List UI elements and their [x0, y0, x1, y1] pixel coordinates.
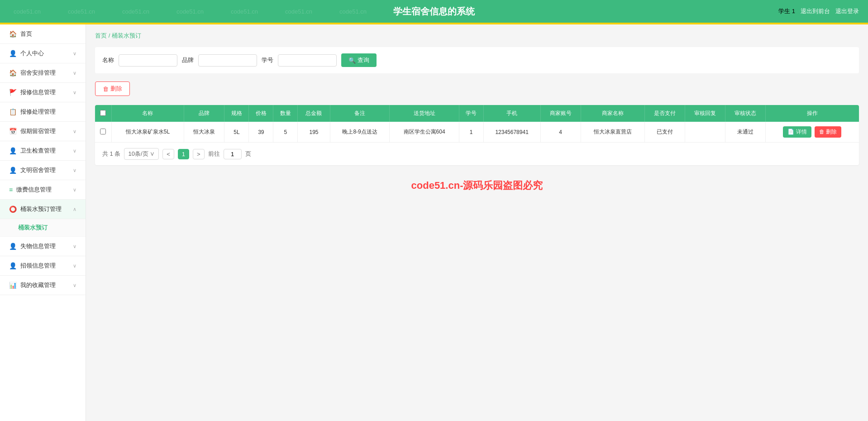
cell-note: 晚上8-9点送达: [330, 122, 390, 143]
cell-phone: 12345678941: [483, 122, 540, 143]
chevron-down-icon: ∨: [73, 148, 76, 154]
col-student-id: 学号: [459, 105, 483, 122]
next-page-button[interactable]: >: [193, 149, 205, 159]
cell-address: 南区学生公寓604: [390, 122, 459, 143]
prev-page-button[interactable]: <: [162, 149, 174, 159]
batch-delete-button[interactable]: 🗑 删除: [95, 81, 130, 96]
table-header-row: 名称 品牌 规格 价格 数量 总金额 备注 送货地址 学号 手机 商家账号 商家…: [95, 105, 859, 122]
cell-student-id: 1: [459, 122, 483, 143]
col-quantity: 数量: [273, 105, 298, 122]
col-brand: 品牌: [184, 105, 224, 122]
person-icon: 👤: [9, 50, 17, 57]
dorm-icon: 🏠: [9, 69, 17, 77]
home-icon: 🏠: [9, 30, 17, 38]
col-name: 名称: [111, 105, 184, 122]
sidebar-item-hygiene[interactable]: 👤 卫生检查管理 ∨: [0, 141, 86, 161]
main-content: 首页 / 桶装水预订 名称 品牌 学号 🔍 查询 🗑 删除: [86, 24, 868, 421]
list-icon: 📋: [9, 108, 17, 115]
sidebar-item-label: 卫生检查管理: [20, 147, 73, 155]
col-merchant-account: 商家账号: [540, 105, 581, 122]
header: code51.cn code51.cn code51.cn code51.cn …: [0, 0, 868, 23]
sidebar-item-water[interactable]: ⭕ 桶装水预订管理 ∧: [0, 200, 86, 219]
row-checkbox[interactable]: [100, 129, 106, 134]
col-address: 送货地址: [390, 105, 459, 122]
search-bar: 名称 品牌 学号 🔍 查询: [95, 47, 859, 73]
cell-total: 195: [298, 122, 330, 143]
row-checkbox-cell[interactable]: [95, 122, 111, 143]
breadcrumb-current: 桶装水预订: [112, 32, 141, 39]
page-jump-input[interactable]: [224, 149, 242, 159]
cell-brand: 恒大冰泉: [184, 122, 224, 143]
detail-button[interactable]: 📄 详情: [783, 126, 811, 138]
pagination: 共 1 条 10条/页 ∨ < 1 > 前往 页: [95, 143, 859, 165]
col-note: 备注: [330, 105, 390, 122]
select-all-header[interactable]: [95, 105, 111, 122]
calendar-icon: 📅: [9, 128, 17, 135]
sidebar-item-label: 失物信息管理: [20, 242, 73, 250]
sidebar-item-label: 文明宿舍管理: [20, 166, 73, 174]
name-input[interactable]: [119, 54, 177, 67]
page-title: 学生宿舍信息的系统: [393, 5, 475, 18]
jump-prefix: 前往: [208, 150, 220, 158]
sidebar-sub-item-water-order[interactable]: 桶装水预订: [0, 219, 86, 237]
current-user: 学生 1: [778, 7, 795, 15]
chevron-down-icon: ∨: [73, 282, 76, 288]
breadcrumb-home[interactable]: 首页: [95, 32, 107, 39]
chevron-down-icon: ∨: [73, 51, 76, 57]
sidebar-item-culture[interactable]: 👤 文明宿舍管理 ∨: [0, 161, 86, 180]
col-review-status: 审核状态: [725, 105, 765, 122]
sidebar-item-lost[interactable]: 👤 失物信息管理 ∨: [0, 237, 86, 256]
sidebar-item-recruit[interactable]: 👤 招领信息管理 ∨: [0, 256, 86, 276]
cell-merchant-name: 恒大冰泉直营店: [581, 122, 644, 143]
cell-spec: 5L: [224, 122, 249, 143]
select-all-checkbox[interactable]: [100, 110, 106, 116]
sidebar-item-label: 缴费信息管理: [16, 186, 73, 194]
row-delete-button[interactable]: 🗑 删除: [815, 126, 841, 138]
current-page-button[interactable]: 1: [178, 149, 189, 159]
logout-link[interactable]: 退出登录: [835, 7, 859, 15]
sidebar-item-home[interactable]: 🏠 首页: [0, 24, 86, 44]
trash-icon: 🗑: [819, 129, 825, 135]
sidebar-item-leave[interactable]: 📅 假期留宿管理 ∨: [0, 122, 86, 141]
sidebar-item-collection[interactable]: 📊 我的收藏管理 ∨: [0, 276, 86, 295]
cell-quantity: 5: [273, 122, 298, 143]
cell-merchant-account: 4: [540, 122, 581, 143]
chevron-down-icon: ∨: [73, 244, 76, 249]
sidebar-item-repair-process[interactable]: 📋 报修处理管理: [0, 102, 86, 122]
hygiene-icon: 👤: [9, 147, 17, 154]
brand-input[interactable]: [198, 54, 257, 67]
sidebar-item-label: 我的收藏管理: [20, 281, 73, 289]
search-icon: 🔍: [348, 57, 356, 64]
col-review-reply: 审核回复: [685, 105, 725, 122]
cell-actions: 📄 详情 🗑 删除: [765, 122, 859, 143]
sidebar-item-fee[interactable]: ≡ 缴费信息管理 ∨: [0, 180, 86, 200]
sidebar-item-label: 招领信息管理: [20, 262, 73, 270]
delete-icon: 🗑: [103, 86, 109, 92]
breadcrumb: 首页 / 桶装水预订: [95, 32, 859, 40]
chevron-down-icon: ∨: [73, 187, 76, 193]
back-to-portal-link[interactable]: 退出到前台: [801, 7, 830, 15]
student-id-input[interactable]: [278, 54, 337, 67]
sidebar-item-personal[interactable]: 👤 个人中心 ∨: [0, 44, 86, 63]
col-spec: 规格: [224, 105, 249, 122]
sidebar-item-label: 首页: [20, 30, 76, 38]
per-page-select[interactable]: 10条/页 ∨: [124, 148, 159, 160]
header-actions: 学生 1 退出到前台 退出登录: [778, 7, 859, 15]
collection-icon: 📊: [9, 282, 17, 289]
cell-paid: 已支付: [645, 122, 685, 143]
fee-icon: ≡: [9, 186, 13, 193]
search-button-label: 查询: [358, 56, 369, 64]
chevron-down-icon: ∨: [73, 90, 76, 96]
search-button[interactable]: 🔍 查询: [341, 53, 377, 67]
col-total: 总金额: [298, 105, 330, 122]
recruit-icon: 👤: [9, 262, 17, 269]
sidebar-item-repair-info[interactable]: 🚩 报修信息管理 ∨: [0, 83, 86, 102]
sidebar-item-dorm-arrange[interactable]: 🏠 宿舍安排管理 ∨: [0, 63, 86, 83]
cell-name: 恒大冰泉矿泉水5L: [111, 122, 184, 143]
cell-price: 39: [249, 122, 273, 143]
col-merchant-name: 商家名称: [581, 105, 644, 122]
col-price: 价格: [249, 105, 273, 122]
sidebar-item-label: 报修信息管理: [20, 88, 73, 96]
name-label: 名称: [102, 56, 114, 64]
sidebar-item-label: 个人中心: [20, 49, 73, 57]
